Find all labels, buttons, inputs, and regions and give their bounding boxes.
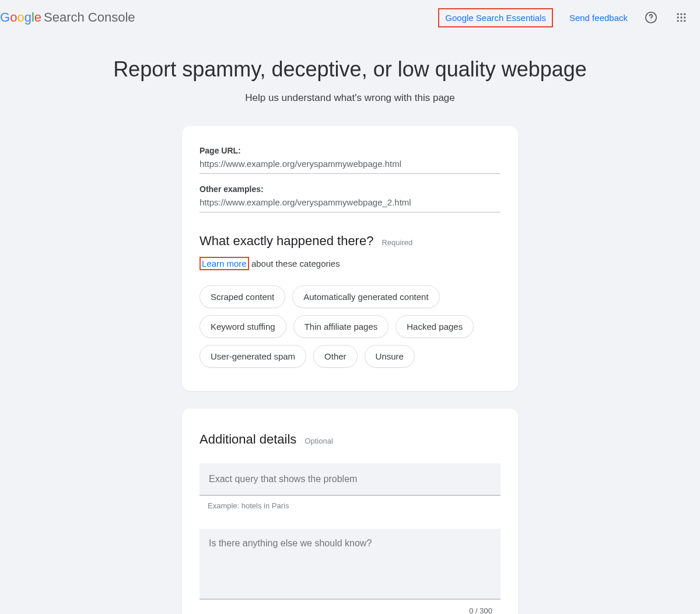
svg-point-7 — [684, 16, 685, 18]
svg-point-2 — [677, 13, 679, 15]
svg-point-8 — [677, 20, 679, 22]
chip-hacked-pages[interactable]: Hacked pages — [396, 315, 474, 338]
learn-more-link[interactable]: Learn more — [202, 259, 247, 268]
header-right: Google Search Essentials Send feedback — [438, 8, 688, 27]
chip-user-generated-spam[interactable]: User-generated spam — [200, 345, 306, 368]
chip-keyword-stuffing[interactable]: Keyword stuffing — [200, 315, 286, 338]
product-name: Search Console — [44, 10, 135, 25]
details-title: Additional details — [200, 432, 296, 447]
svg-point-1 — [650, 20, 651, 20]
learn-more-line: Learn more about these categories — [200, 257, 501, 270]
other-examples-label: Other examples: — [200, 184, 501, 194]
details-head: Additional details Optional — [200, 432, 501, 447]
page-subtitle: Help us understand what's wrong with thi… — [0, 92, 700, 104]
chip-scraped-content[interactable]: Scraped content — [200, 285, 285, 308]
page-url-label: Page URL: — [200, 146, 501, 155]
optional-tag: Optional — [304, 437, 332, 445]
help-icon[interactable] — [644, 11, 658, 25]
apps-grid-icon[interactable] — [674, 11, 688, 25]
svg-point-6 — [680, 16, 682, 18]
send-feedback-link[interactable]: Send feedback — [569, 13, 628, 23]
learn-more-rest: about these categories — [249, 259, 340, 268]
page-url-group: Page URL: https://www.example.org/verysp… — [200, 146, 501, 174]
header-bar: Google Search Console Google Search Esse… — [0, 0, 700, 35]
svg-point-10 — [684, 20, 685, 22]
details-card: Additional details Optional Example: hot… — [182, 409, 518, 614]
svg-point-3 — [680, 13, 682, 15]
search-essentials-link[interactable]: Google Search Essentials — [438, 8, 553, 27]
exact-query-input[interactable] — [200, 463, 501, 496]
chip-auto-generated[interactable]: Automatically generated content — [292, 285, 439, 308]
chip-unsure[interactable]: Unsure — [365, 345, 415, 368]
svg-point-4 — [684, 13, 685, 15]
page-url-value[interactable]: https://www.example.org/veryspammywebpag… — [200, 159, 501, 174]
google-logo-text: Google — [0, 10, 41, 25]
query-helper: Example: hotels in Paris — [200, 501, 501, 510]
page-title: Report spammy, deceptive, or low quality… — [0, 57, 700, 82]
chip-other[interactable]: Other — [313, 345, 358, 368]
question-head: What exactly happened there? Required — [200, 233, 501, 249]
report-card: Page URL: https://www.example.org/verysp… — [182, 126, 518, 391]
question-title: What exactly happened there? — [200, 233, 373, 249]
title-block: Report spammy, deceptive, or low quality… — [0, 57, 700, 104]
svg-point-9 — [680, 20, 682, 22]
char-counter: 0 / 300 — [200, 606, 501, 614]
required-tag: Required — [382, 238, 412, 247]
other-examples-value[interactable]: https://www.example.org/veryspammywebpag… — [200, 197, 501, 212]
chip-thin-affiliate[interactable]: Thin affiliate pages — [293, 315, 389, 338]
svg-point-5 — [677, 16, 679, 18]
anything-else-textarea[interactable] — [200, 529, 501, 599]
other-examples-group: Other examples: https://www.example.org/… — [200, 184, 501, 212]
logo[interactable]: Google Search Console — [0, 10, 135, 25]
category-chips: Scraped content Automatically generated … — [200, 285, 501, 368]
